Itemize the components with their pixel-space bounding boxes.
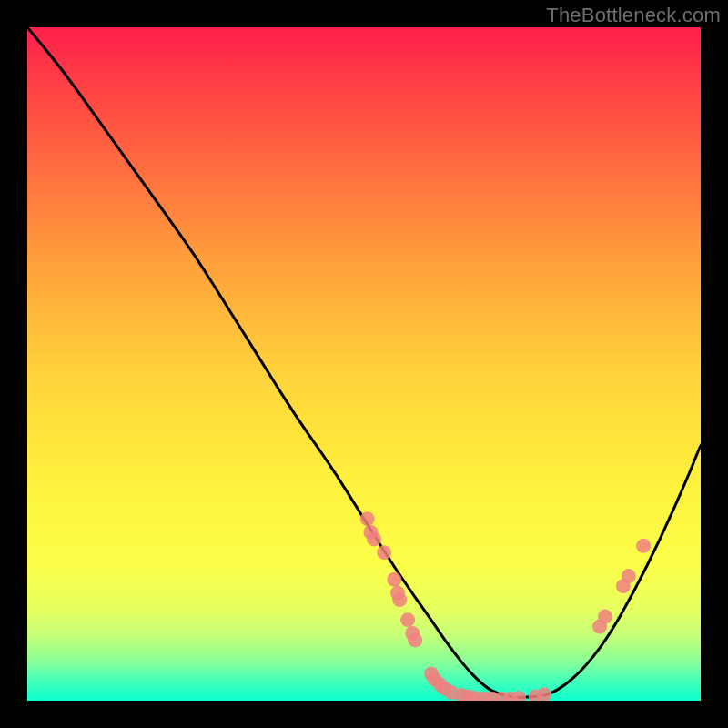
data-point — [537, 687, 551, 701]
data-point — [408, 632, 422, 647]
data-point — [367, 531, 381, 546]
data-point — [636, 539, 651, 553]
data-points — [360, 511, 651, 701]
data-point — [622, 569, 636, 583]
data-point — [360, 511, 375, 526]
curve-layer — [27, 27, 701, 701]
data-point — [387, 572, 401, 587]
plot-area — [27, 27, 701, 701]
watermark-text: TheBottleneck.com — [546, 4, 721, 27]
data-point — [377, 545, 391, 560]
bottleneck-curve — [27, 27, 701, 697]
data-point — [598, 610, 612, 624]
data-point — [392, 592, 407, 607]
chart-frame: TheBottleneck.com — [0, 0, 728, 728]
data-point — [400, 612, 415, 627]
